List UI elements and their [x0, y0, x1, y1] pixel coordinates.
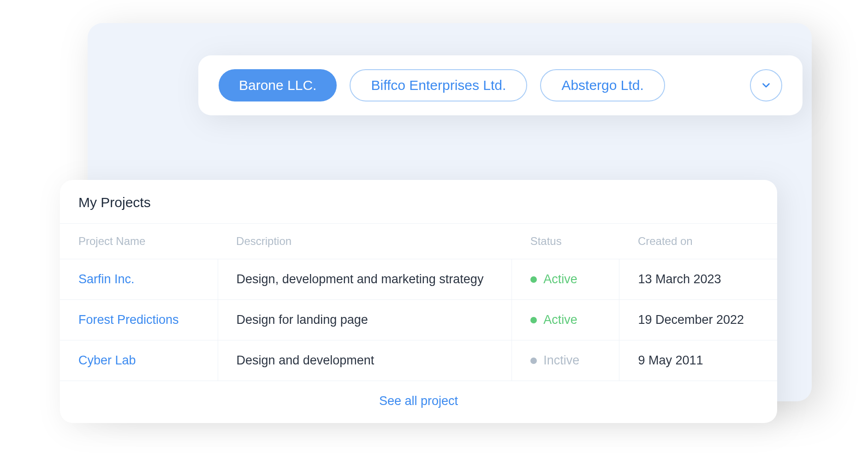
- tab-abstergo-ltd[interactable]: Abstergo Ltd.: [540, 69, 665, 101]
- chevron-down-icon: [760, 79, 772, 91]
- tabs-dropdown-button[interactable]: [750, 69, 782, 101]
- my-projects-card: My Projects Project Name Description Sta…: [60, 180, 777, 423]
- tab-biffco-enterprises[interactable]: Biffco Enterprises Ltd.: [350, 69, 527, 101]
- table-row: Sarfin Inc. Design, development and mark…: [60, 259, 777, 300]
- col-header-name: Project Name: [60, 224, 218, 259]
- see-all-projects-link[interactable]: See all project: [60, 381, 777, 423]
- project-link[interactable]: Cyber Lab: [78, 353, 136, 367]
- status-text: Active: [543, 272, 577, 286]
- col-header-description: Description: [218, 224, 512, 259]
- status-dot-icon: [530, 358, 537, 364]
- project-description: Design and development: [237, 353, 375, 367]
- project-link[interactable]: Forest Predictions: [78, 313, 179, 327]
- project-created-date: 13 March 2023: [638, 272, 721, 286]
- projects-table: Project Name Description Status Created …: [60, 223, 777, 381]
- col-header-created: Created on: [619, 224, 777, 259]
- status-text: Active: [543, 313, 577, 327]
- status-badge: Active: [530, 272, 600, 286]
- project-created-date: 19 December 2022: [638, 313, 744, 327]
- table-header-row: Project Name Description Status Created …: [60, 224, 777, 259]
- status-badge: Active: [530, 313, 600, 327]
- status-dot-icon: [530, 276, 537, 283]
- status-badge: Inctive: [530, 353, 600, 368]
- status-text: Inctive: [543, 353, 579, 368]
- project-link[interactable]: Sarfin Inc.: [78, 272, 135, 286]
- card-title: My Projects: [60, 180, 777, 223]
- project-description: Design for landing page: [237, 313, 368, 327]
- status-dot-icon: [530, 317, 537, 323]
- table-row: Cyber Lab Design and development Inctive…: [60, 340, 777, 381]
- project-description: Design, development and marketing strate…: [237, 272, 484, 286]
- table-row: Forest Predictions Design for landing pa…: [60, 300, 777, 340]
- company-tabs-bar: Barone LLC. Biffco Enterprises Ltd. Abst…: [198, 55, 803, 115]
- project-created-date: 9 May 2011: [638, 353, 703, 367]
- tab-barone-llc[interactable]: Barone LLC.: [219, 69, 337, 101]
- col-header-status: Status: [512, 224, 619, 259]
